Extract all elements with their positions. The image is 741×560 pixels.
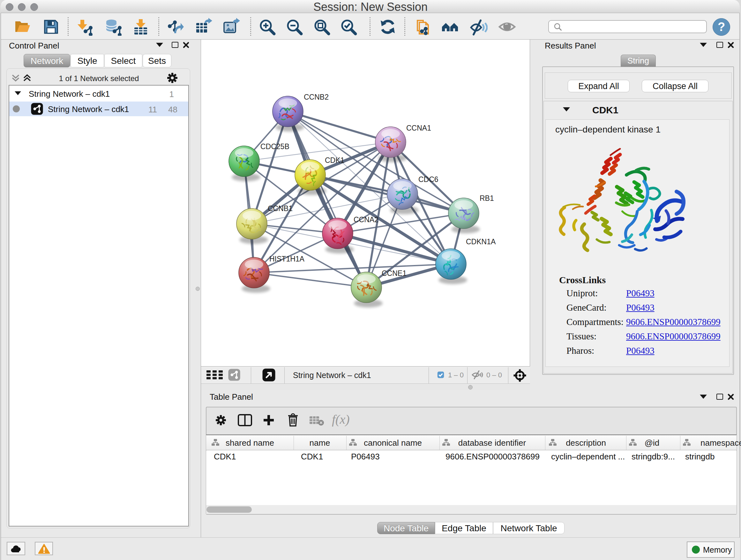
svg-text:CCNA2: CCNA2 — [354, 215, 379, 224]
svg-text:RB1: RB1 — [480, 194, 494, 202]
svg-text:CCNB2: CCNB2 — [304, 93, 329, 101]
svg-text:CDC6: CDC6 — [418, 175, 439, 184]
svg-text:CCNB1: CCNB1 — [268, 204, 293, 212]
svg-text:CDKN1A: CDKN1A — [466, 238, 496, 246]
svg-text:CDC25B: CDC25B — [260, 142, 289, 151]
svg-text:CCNA1: CCNA1 — [406, 124, 431, 132]
svg-text:HIST1H1A: HIST1H1A — [269, 255, 305, 263]
svg-text:CCNE1: CCNE1 — [382, 269, 407, 277]
svg-text:CDK1: CDK1 — [325, 156, 344, 165]
